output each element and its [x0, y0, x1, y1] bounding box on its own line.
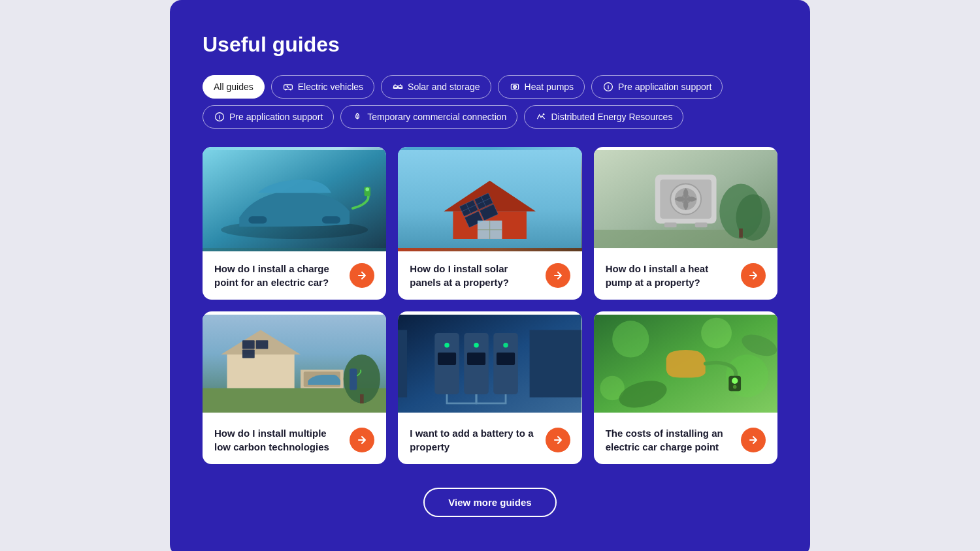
- card-charge-cost-body: The costs of installing an electric car …: [594, 416, 777, 464]
- ev-icon: [282, 81, 294, 93]
- card-solar-title: How do I install solar panels at a prope…: [410, 262, 538, 289]
- svg-point-67: [701, 318, 732, 349]
- filter-row-2: Pre application support Temporary commer…: [203, 105, 777, 129]
- card-battery-arrow[interactable]: [546, 428, 570, 452]
- card-solar-body: How do I install solar panels at a prope…: [398, 251, 581, 300]
- solar-icon: [392, 81, 404, 93]
- svg-point-2: [289, 89, 291, 90]
- svg-point-71: [732, 378, 738, 384]
- svg-rect-11: [248, 216, 267, 223]
- card-charge-cost-arrow[interactable]: [741, 428, 766, 452]
- svg-rect-51: [360, 394, 364, 403]
- svg-rect-47: [242, 349, 255, 358]
- filter-temp-label: Temporary commercial connection: [367, 112, 506, 122]
- card-heat-pump-title: How do I install a heat pump at a proper…: [606, 262, 734, 289]
- card-battery-title: I want to add a battery to a property: [410, 426, 538, 454]
- svg-point-58: [474, 343, 480, 348]
- cards-grid: How do I install a charge point for an e…: [203, 147, 777, 464]
- card-multi-tech[interactable]: How do I install multiple low carbon tec…: [203, 311, 386, 464]
- filter-electric-vehicles[interactable]: Electric vehicles: [271, 75, 374, 99]
- card-multi-tech-body: How do I install multiple low carbon tec…: [203, 416, 386, 464]
- filter-all-guides[interactable]: All guides: [203, 75, 265, 99]
- svg-point-57: [445, 343, 450, 348]
- card-ev-charge[interactable]: How do I install a charge point for an e…: [203, 147, 386, 300]
- filter-temp-commercial[interactable]: Temporary commercial connection: [340, 105, 517, 129]
- svg-rect-35: [664, 223, 677, 228]
- info-icon-1: [602, 81, 614, 93]
- card-ev-charge-image: [203, 147, 386, 251]
- svg-point-1: [285, 89, 286, 90]
- filter-der[interactable]: Distributed Energy Resources: [524, 105, 683, 129]
- heat-pump-icon: [509, 81, 521, 93]
- svg-point-72: [733, 385, 737, 389]
- filter-preapp-1[interactable]: Pre application support: [591, 75, 723, 99]
- svg-rect-46: [256, 340, 269, 349]
- main-panel: Useful guides All guides Electric vehicl…: [170, 0, 810, 551]
- view-more-button[interactable]: View more guides: [423, 488, 556, 517]
- card-charge-cost-image: [594, 311, 777, 416]
- filter-heat-pumps[interactable]: Heat pumps: [498, 75, 585, 99]
- svg-rect-40: [739, 228, 743, 238]
- filter-heat-label: Heat pumps: [525, 82, 574, 92]
- svg-point-66: [612, 321, 649, 357]
- card-heat-pump-arrow[interactable]: [741, 263, 766, 288]
- filter-all-guides-label: All guides: [214, 82, 253, 92]
- card-battery-body: I want to add a battery to a property: [398, 416, 581, 464]
- filter-preapp-2-label: Pre application support: [229, 112, 323, 122]
- card-heat-pump[interactable]: How do I install a heat pump at a proper…: [594, 147, 777, 300]
- card-ev-charge-arrow[interactable]: [350, 263, 374, 288]
- card-charge-cost[interactable]: The costs of installing an electric car …: [594, 311, 777, 464]
- page-title: Useful guides: [203, 33, 777, 57]
- svg-rect-63: [398, 330, 407, 397]
- filter-ev-label: Electric vehicles: [298, 82, 363, 92]
- card-ev-charge-body: How do I install a charge point for an e…: [203, 251, 386, 300]
- card-heat-pump-image: [594, 147, 777, 251]
- filter-solar-label: Solar and storage: [408, 82, 480, 92]
- svg-rect-12: [322, 216, 340, 223]
- view-more-row: View more guides: [203, 488, 777, 517]
- card-charge-cost-title: The costs of installing an electric car …: [606, 426, 734, 454]
- info-icon-2: [214, 111, 225, 123]
- card-multi-tech-title: How do I install multiple low carbon tec…: [214, 426, 343, 454]
- der-icon: [535, 111, 547, 123]
- card-solar-image: [398, 147, 581, 251]
- temp-icon: [351, 111, 363, 123]
- svg-rect-45: [242, 340, 255, 349]
- svg-rect-36: [694, 223, 707, 228]
- filter-row-1: All guides Electric vehicles: [203, 75, 777, 99]
- card-multi-tech-image: [203, 311, 386, 416]
- svg-rect-60: [438, 353, 456, 365]
- svg-rect-62: [497, 353, 515, 365]
- card-multi-tech-arrow[interactable]: [350, 428, 374, 452]
- svg-point-59: [504, 343, 509, 348]
- filter-der-label: Distributed Energy Resources: [551, 112, 672, 122]
- card-heat-pump-body: How do I install a heat pump at a proper…: [594, 251, 777, 300]
- card-battery[interactable]: I want to add a battery to a property: [398, 311, 581, 464]
- svg-rect-64: [530, 330, 582, 397]
- filter-preapp-1-label: Pre application support: [618, 82, 711, 92]
- svg-rect-61: [467, 353, 485, 365]
- svg-point-14: [365, 187, 369, 191]
- card-solar-arrow[interactable]: [546, 263, 570, 288]
- card-ev-charge-title: How do I install a charge point for an e…: [214, 262, 343, 289]
- card-solar[interactable]: How do I install solar panels at a prope…: [398, 147, 581, 300]
- card-battery-image: [398, 311, 581, 416]
- svg-rect-52: [350, 369, 357, 390]
- filter-solar[interactable]: Solar and storage: [381, 75, 491, 99]
- filter-preapp-2[interactable]: Pre application support: [203, 105, 334, 129]
